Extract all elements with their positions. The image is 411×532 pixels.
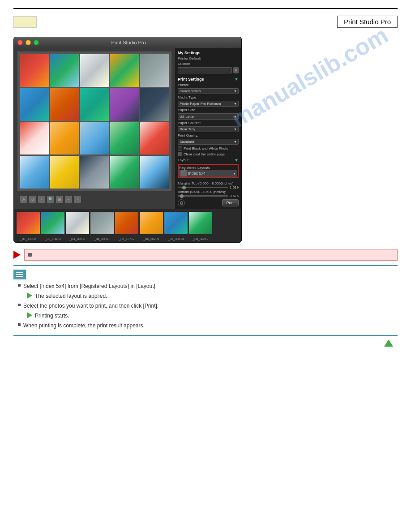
print-button[interactable]: Print — [222, 199, 239, 206]
photo-thumb-20 — [140, 156, 169, 189]
bottom-margin-value: 0.676 — [230, 194, 239, 198]
bottom-settings-row: ⚙ Print — [178, 199, 239, 206]
toc-arrow-1 — [27, 292, 32, 299]
photo-row-2 — [20, 88, 169, 121]
filmstrip-thumb-2[interactable] — [41, 212, 64, 234]
print-quality-dropdown[interactable]: Standard ▼ — [178, 139, 239, 145]
index-5x4-label: Index 5x4 — [188, 171, 206, 176]
red-bar-dot — [28, 253, 32, 257]
filmstrip-label-5: _05_13712 — [115, 237, 138, 240]
photo-thumb-6 — [20, 88, 49, 121]
paper-size-value: US Letter — [180, 115, 195, 119]
filmstrip-thumb-5[interactable] — [115, 212, 138, 234]
photo-thumb-16 — [20, 156, 49, 189]
photo-thumb-2 — [50, 54, 79, 87]
settings-name-input[interactable] — [178, 67, 232, 73]
section-marker — [13, 249, 398, 261]
filmstrip — [14, 209, 241, 237]
print-bw-checkbox[interactable] — [178, 146, 182, 150]
paper-source-label: Paper Source: — [178, 121, 239, 125]
clear-coat-checkbox[interactable] — [178, 152, 182, 156]
photo-thumb-3 — [80, 54, 109, 87]
photo-area: A B + 🔍 ⊞ — [14, 48, 175, 209]
toc-bullet-3 — [18, 323, 21, 326]
printer-dropdown[interactable]: Canon series ▼ — [178, 88, 239, 94]
filmstrip-thumb-6[interactable] — [140, 212, 163, 234]
toolbar-icon-1[interactable]: A — [20, 196, 27, 203]
filmstrip-label-6: _06_30209 — [140, 237, 163, 240]
scroll-up-icon[interactable] — [384, 339, 393, 347]
toc-bullet-2 — [18, 304, 21, 306]
filmstrip-label-2: _02_13913 — [41, 237, 64, 240]
photo-thumb-10 — [140, 88, 169, 121]
toolbar-icon-3[interactable]: + — [38, 196, 45, 203]
top-margin-value: 1.019 — [230, 185, 239, 189]
filmstrip-thumb-4[interactable] — [90, 212, 114, 234]
print-quality-value: Standard — [180, 140, 194, 144]
top-margin-slider[interactable] — [178, 187, 228, 188]
bottom-margin-slider[interactable] — [178, 195, 228, 197]
filmstrip-thumb-7[interactable] — [164, 212, 188, 234]
red-bar — [24, 249, 398, 261]
photo-thumb-5 — [140, 54, 169, 87]
photo-thumb-15 — [140, 122, 169, 155]
toc-icon-line-1 — [16, 272, 23, 273]
custom-label: Custom — [178, 62, 239, 66]
toolbar-icon-4[interactable]: 🔍 — [47, 196, 54, 203]
photo-thumb-13 — [80, 122, 109, 155]
watermark: manualslib.com — [227, 21, 392, 133]
title-bar: Print Studio Pro — [14, 37, 241, 48]
photo-thumb-19 — [110, 156, 139, 189]
photo-row-1 — [20, 54, 169, 87]
index-layout-item[interactable]: Index 5x4 ▼ — [179, 170, 237, 177]
app-window: Print Studio Pro — [13, 37, 242, 243]
photo-thumb-9 — [110, 88, 139, 121]
photo-row-3 — [20, 122, 169, 155]
paper-size-dropdown[interactable]: US Letter ▼ — [178, 113, 239, 119]
toc-icon-lines — [16, 272, 23, 277]
app-title-text: Print Studio Pro — [344, 18, 391, 26]
filmstrip-label-4: _04_30301 — [90, 237, 114, 240]
printer-default-label: Printer Default — [178, 56, 239, 60]
settings-gear-icon[interactable]: ⚙ — [178, 199, 185, 206]
print-bw-row: Print Black and White Photo — [178, 146, 239, 150]
paper-source-value: Rear Tray — [180, 127, 195, 131]
toc-icon — [13, 270, 26, 279]
media-type-dropdown[interactable]: Photo Paper Pro Platinum ▼ — [178, 101, 239, 107]
toc-item-4: Printing starts. — [13, 312, 398, 320]
toc-text-4: Printing starts. — [35, 312, 69, 320]
toc-text-3: Select the photos you want to print, and… — [23, 302, 158, 310]
print-settings-header: Print Settings ▼ — [178, 77, 239, 82]
photo-thumb-14 — [110, 122, 139, 155]
toc-text-5: When printing is complete, the print res… — [23, 322, 145, 330]
toc-item-2: The selected layout is applied. — [13, 292, 398, 300]
filmstrip-thumb-3[interactable] — [66, 212, 89, 234]
photo-thumb-11 — [20, 122, 49, 155]
filmstrip-labels: _01_13002 _02_13913 _03_20932 _04_30301 … — [14, 237, 241, 242]
window-title: Print Studio Pro — [19, 40, 238, 45]
toolbar-icon-2[interactable]: B — [29, 196, 36, 203]
bottom-arrow-row — [13, 339, 398, 347]
photo-thumb-1 — [20, 54, 49, 87]
print-bw-label: Print Black and White Photo — [184, 146, 228, 150]
toolbar-icon-6[interactable]: − — [65, 196, 72, 203]
filmstrip-label-7: _07_38313 — [164, 237, 188, 240]
clear-coat-label: Clear coat the entire page — [184, 152, 225, 156]
red-triangle-icon — [13, 251, 21, 259]
main-content: manualslib.com Print Studio Pro — [13, 37, 398, 347]
toc-text-1: Select [Index 5x4] from [Registered Layo… — [23, 282, 157, 290]
toc-icon-line-2 — [16, 274, 23, 275]
filmstrip-thumb-1[interactable] — [17, 212, 40, 234]
paper-source-dropdown[interactable]: Rear Tray ▼ — [178, 126, 239, 132]
clear-coat-row: Clear coat the entire page — [178, 152, 239, 156]
photo-grid — [17, 51, 171, 191]
photo-thumb-17 — [50, 156, 79, 189]
screenshot-container: manualslib.com Print Studio Pro — [13, 37, 398, 243]
photo-toolbar: A B + 🔍 ⊞ — [17, 193, 171, 206]
printer-value: Canon series — [180, 89, 201, 93]
filmstrip-thumb-8[interactable] — [189, 212, 212, 234]
toolbar-icon-5[interactable]: ⊞ — [56, 196, 63, 203]
toolbar-icon-7[interactable]: + — [74, 196, 81, 203]
toc-icon-line-3 — [16, 276, 23, 277]
layout-thumb-icon — [180, 170, 187, 176]
